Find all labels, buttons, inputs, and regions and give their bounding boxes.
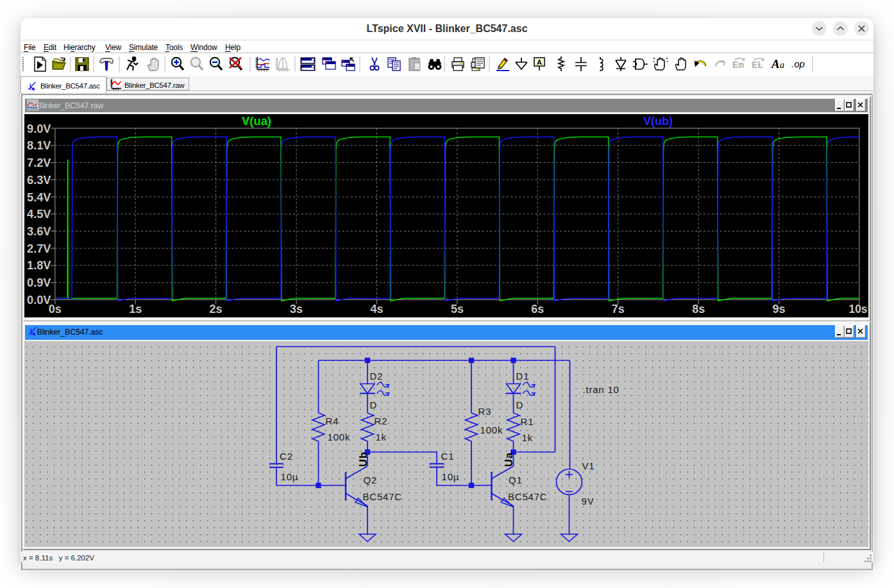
svg-text:1s: 1s [129, 303, 142, 315]
svg-text:V1: V1 [582, 460, 595, 471]
svg-text:Ua: Ua [503, 452, 514, 467]
svg-text:V(ua): V(ua) [242, 115, 271, 128]
svg-text:R3: R3 [478, 406, 492, 417]
svg-text:BC547C: BC547C [363, 491, 403, 502]
svg-text:9V: 9V [582, 496, 595, 507]
svg-text:D2: D2 [370, 371, 384, 382]
svg-text:0.0V: 0.0V [27, 294, 51, 307]
svg-text:Ub: Ub [357, 451, 369, 467]
svg-text:1k: 1k [522, 432, 533, 443]
svg-text:A: A [771, 57, 780, 71]
svg-text:5s: 5s [451, 303, 464, 315]
svg-text:8s: 8s [692, 303, 705, 315]
svg-text:Em: Em [732, 60, 744, 71]
svg-text:D1: D1 [516, 371, 530, 382]
svg-text:9s: 9s [773, 303, 786, 315]
svg-text:R4: R4 [326, 416, 339, 426]
svg-text:0s: 0s [49, 303, 62, 315]
svg-text:a: a [780, 60, 784, 70]
svg-text:EⱢ: EⱢ [752, 60, 763, 71]
svg-text:Q1: Q1 [509, 475, 523, 485]
svg-text:R1: R1 [521, 416, 534, 427]
svg-text:100k: 100k [328, 432, 351, 442]
svg-text:6s: 6s [531, 303, 544, 315]
svg-text:C2: C2 [280, 451, 293, 462]
svg-text:10µ: 10µ [281, 471, 299, 482]
svg-text:100k: 100k [480, 424, 503, 435]
svg-text:10s: 10s [849, 303, 868, 315]
svg-text:4.5V: 4.5V [27, 208, 51, 221]
svg-text:BC547C: BC547C [508, 491, 548, 502]
svg-text:1k: 1k [376, 432, 387, 442]
svg-text:2s: 2s [210, 303, 223, 315]
svg-text:D: D [370, 399, 378, 410]
svg-text:C1: C1 [441, 451, 455, 462]
svg-text:4s: 4s [371, 303, 384, 315]
svg-text:3.6V: 3.6V [27, 225, 51, 238]
svg-text:2.7V: 2.7V [27, 242, 51, 255]
svg-text:Q2: Q2 [364, 475, 378, 485]
svg-text:V(ub): V(ub) [643, 115, 673, 128]
svg-text:5.4V: 5.4V [27, 191, 51, 204]
svg-text:8.1V: 8.1V [27, 139, 51, 152]
svg-text:3s: 3s [290, 303, 303, 315]
svg-text:1.8V: 1.8V [27, 259, 51, 272]
svg-text:7s: 7s [612, 303, 625, 315]
svg-text:10µ: 10µ [442, 471, 460, 482]
svg-text:7.2V: 7.2V [27, 156, 51, 169]
svg-text:D: D [516, 399, 524, 410]
svg-text:9.0V: 9.0V [27, 122, 51, 135]
svg-text:.tran 10: .tran 10 [583, 384, 620, 395]
svg-text:A: A [537, 58, 542, 66]
svg-text:0.9V: 0.9V [27, 276, 51, 289]
svg-text:6.3V: 6.3V [27, 174, 51, 187]
svg-text:.op: .op [791, 58, 805, 69]
svg-text:R2: R2 [375, 416, 388, 426]
